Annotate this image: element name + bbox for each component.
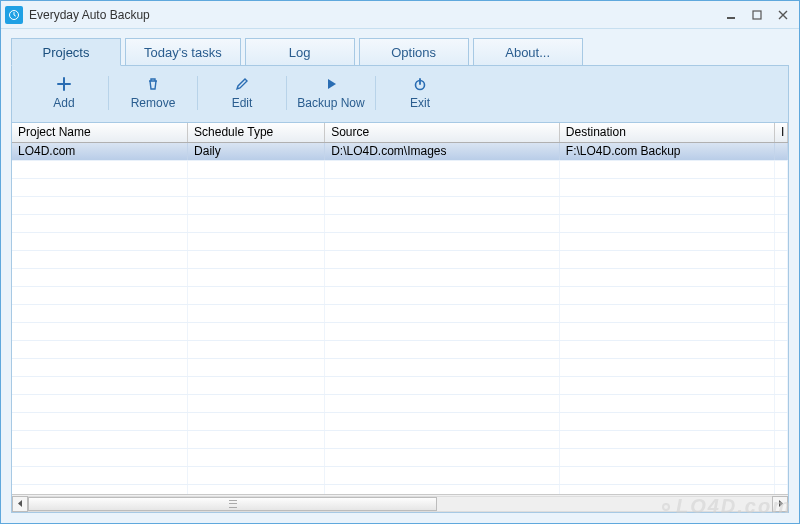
cell-schedule: Daily [188,143,325,160]
projects-grid: Project Name Schedule Type Source Destin… [12,122,788,512]
col-header-schedule[interactable]: Schedule Type [188,123,325,142]
power-icon [413,76,427,92]
exit-button[interactable]: Exit [376,72,464,114]
table-row-empty[interactable] [12,395,788,413]
add-button[interactable]: Add [20,72,108,114]
table-row-empty[interactable] [12,233,788,251]
backup-now-button[interactable]: Backup Now [287,72,375,114]
table-row-empty[interactable] [12,269,788,287]
remove-button[interactable]: Remove [109,72,197,114]
grid-body[interactable]: LO4D.comDailyD:\LO4D.com\ImagesF:\LO4D.c… [12,143,788,494]
table-row-empty[interactable] [12,485,788,494]
cell-source: D:\LO4D.com\Images [325,143,560,160]
window-title: Everyday Auto Backup [29,8,150,22]
maximize-button[interactable] [745,6,769,24]
grid-header: Project Name Schedule Type Source Destin… [12,123,788,143]
table-row-empty[interactable] [12,431,788,449]
table-row-empty[interactable] [12,197,788,215]
cell-dest: F:\LO4D.com Backup [560,143,775,160]
table-row[interactable]: LO4D.comDailyD:\LO4D.com\ImagesF:\LO4D.c… [12,143,788,161]
tab-log[interactable]: Log [245,38,355,66]
scroll-track[interactable] [28,496,772,512]
tab-label: About... [505,45,550,60]
scroll-right-button[interactable] [772,496,788,512]
close-button[interactable] [771,6,795,24]
table-row-empty[interactable] [12,341,788,359]
table-row-empty[interactable] [12,179,788,197]
table-row-empty[interactable] [12,467,788,485]
table-row-empty[interactable] [12,377,788,395]
tab-label: Projects [43,45,90,60]
table-row-empty[interactable] [12,305,788,323]
table-row-empty[interactable] [12,287,788,305]
svg-rect-2 [753,11,761,19]
backup-now-label: Backup Now [297,96,364,110]
col-header-destination[interactable]: Destination [560,123,775,142]
edit-label: Edit [232,96,253,110]
tab-todays-tasks[interactable]: Today's tasks [125,38,241,66]
tab-content: Add Remove Edit Backup Now [11,65,789,513]
tab-bar: Projects Today's tasks Log Options About… [1,29,799,65]
table-row-empty[interactable] [12,323,788,341]
table-row-empty[interactable] [12,449,788,467]
titlebar[interactable]: Everyday Auto Backup [1,1,799,29]
exit-label: Exit [410,96,430,110]
tab-label: Log [289,45,311,60]
tab-about[interactable]: About... [473,38,583,66]
tab-options[interactable]: Options [359,38,469,66]
edit-button[interactable]: Edit [198,72,286,114]
app-icon [5,6,23,24]
col-header-source[interactable]: Source [325,123,560,142]
play-icon [324,76,338,92]
table-row-empty[interactable] [12,161,788,179]
table-row-empty[interactable] [12,215,788,233]
tab-label: Options [391,45,436,60]
svg-rect-1 [727,17,735,19]
cell-project: LO4D.com [12,143,188,160]
horizontal-scrollbar[interactable] [12,494,788,512]
table-row-empty[interactable] [12,251,788,269]
tab-projects[interactable]: Projects [11,38,121,66]
pencil-icon [235,76,249,92]
table-row-empty[interactable] [12,413,788,431]
remove-label: Remove [131,96,176,110]
cell-extra [775,143,788,160]
scroll-left-button[interactable] [12,496,28,512]
scroll-thumb[interactable] [28,497,437,511]
app-window: Everyday Auto Backup Projects Today's ta… [0,0,800,524]
add-label: Add [53,96,74,110]
table-row-empty[interactable] [12,359,788,377]
col-header-project[interactable]: Project Name [12,123,188,142]
trash-icon [146,76,160,92]
tab-label: Today's tasks [144,45,222,60]
toolbar: Add Remove Edit Backup Now [12,66,788,122]
minimize-button[interactable] [719,6,743,24]
plus-icon [57,76,71,92]
col-header-extra[interactable]: I [775,123,788,142]
